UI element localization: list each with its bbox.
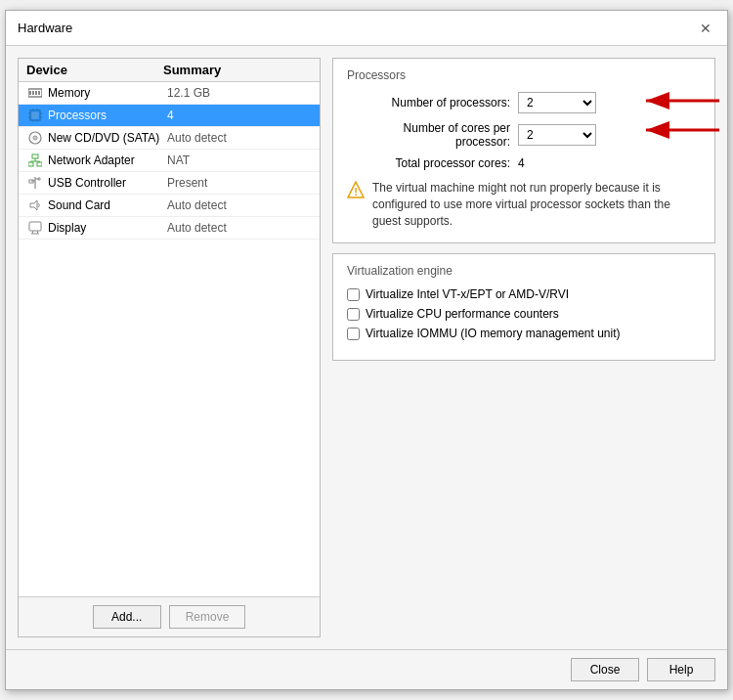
iommu-checkbox[interactable] bbox=[347, 328, 360, 340]
num-cores-label: Number of cores per processor: bbox=[347, 121, 518, 149]
arrow2-container bbox=[636, 115, 724, 145]
svg-rect-1 bbox=[29, 91, 31, 95]
device-name-cd: New CD/DVD (SATA) bbox=[48, 131, 167, 145]
add-button[interactable]: Add... bbox=[93, 605, 161, 629]
total-cores-value: 4 bbox=[518, 156, 525, 170]
total-cores-label: Total processor cores: bbox=[347, 156, 518, 170]
svg-rect-3 bbox=[35, 91, 37, 95]
svg-rect-2 bbox=[32, 91, 34, 95]
num-processors-select[interactable]: 2 1 4 8 bbox=[518, 92, 596, 113]
num-processors-label: Number of processors: bbox=[347, 96, 518, 109]
processors-section-title: Processors bbox=[347, 68, 701, 82]
device-row-sound[interactable]: Sound Card Auto detect bbox=[19, 195, 320, 217]
processors-section: Processors Number of processors: 2 1 4 8 bbox=[332, 58, 715, 243]
device-row-usb[interactable]: USB Controller Present bbox=[19, 172, 320, 195]
perf-counters-label: Virtualize CPU performance counters bbox=[366, 307, 559, 321]
vt-x-label: Virtualize Intel VT-x/EPT or AMD-V/RVI bbox=[366, 287, 569, 301]
device-name-usb: USB Controller bbox=[48, 176, 167, 190]
remove-button[interactable]: Remove bbox=[169, 605, 246, 629]
svg-rect-18 bbox=[32, 154, 38, 158]
device-row-network[interactable]: Network Adapter NAT bbox=[19, 150, 320, 172]
device-summary-processors: 4 bbox=[167, 109, 312, 122]
device-row-display[interactable]: Display Auto detect bbox=[19, 217, 320, 240]
col-summary-header: Summary bbox=[163, 63, 312, 77]
table-header: Device Summary bbox=[19, 59, 320, 82]
device-summary-memory: 12.1 GB bbox=[167, 86, 312, 100]
warning-icon: ! bbox=[347, 181, 365, 203]
dialog-title: Hardware bbox=[18, 21, 72, 35]
svg-rect-4 bbox=[38, 91, 40, 95]
device-summary-cd: Auto detect bbox=[167, 131, 312, 145]
svg-rect-19 bbox=[28, 162, 33, 166]
svg-rect-6 bbox=[32, 112, 38, 118]
footer-close-button[interactable]: Close bbox=[571, 658, 639, 681]
svg-point-17 bbox=[34, 137, 36, 139]
total-cores-row: Total processor cores: 4 bbox=[347, 156, 701, 170]
device-name-processors: Processors bbox=[48, 109, 167, 122]
num-processors-row: Number of processors: 2 1 4 8 bbox=[347, 92, 701, 113]
left-panel-buttons: Add... Remove bbox=[19, 596, 320, 636]
cd-icon bbox=[26, 130, 44, 146]
processor-icon bbox=[26, 108, 44, 123]
close-icon[interactable]: ✕ bbox=[696, 19, 715, 38]
svg-text:!: ! bbox=[354, 186, 358, 197]
right-panel: Processors Number of processors: 2 1 4 8 bbox=[332, 58, 715, 637]
device-summary-display: Auto detect bbox=[167, 221, 312, 235]
iommu-label: Virtualize IOMMU (IO memory management u… bbox=[366, 327, 621, 340]
warning-text: The virtual machine might not run proper… bbox=[372, 180, 701, 229]
device-row-cd[interactable]: New CD/DVD (SATA) Auto detect bbox=[19, 127, 320, 150]
virtualization-section: Virtualization engine Virtualize Intel V… bbox=[332, 253, 715, 361]
col-device-header: Device bbox=[26, 63, 163, 77]
memory-icon bbox=[26, 85, 44, 101]
network-icon bbox=[26, 153, 44, 168]
svg-marker-30 bbox=[30, 200, 37, 210]
svg-rect-31 bbox=[29, 222, 41, 231]
sound-icon bbox=[26, 197, 44, 213]
device-name-memory: Memory bbox=[48, 86, 167, 100]
display-icon bbox=[26, 220, 44, 236]
dialog-footer: Close Help bbox=[6, 649, 727, 689]
hardware-dialog: Hardware ✕ Device Summary bbox=[5, 10, 728, 690]
device-name-sound: Sound Card bbox=[48, 198, 167, 212]
vt-x-checkbox[interactable] bbox=[347, 288, 360, 301]
usb-icon bbox=[26, 175, 44, 191]
warning-box: ! The virtual machine might not run prop… bbox=[347, 180, 701, 229]
dialog-body: Device Summary Memory bbox=[6, 46, 727, 649]
device-row-memory[interactable]: Memory 12.1 GB bbox=[19, 82, 320, 105]
virtualization-title: Virtualization engine bbox=[347, 264, 701, 278]
device-summary-sound: Auto detect bbox=[167, 198, 312, 212]
svg-rect-20 bbox=[37, 162, 42, 166]
vt-x-row: Virtualize Intel VT-x/EPT or AMD-V/RVI bbox=[347, 287, 701, 301]
device-name-display: Display bbox=[48, 221, 167, 235]
perf-counters-checkbox[interactable] bbox=[347, 308, 360, 321]
red-arrow-1 bbox=[636, 86, 724, 115]
title-bar: Hardware ✕ bbox=[6, 11, 727, 46]
device-row-processors[interactable]: Processors 4 bbox=[19, 105, 320, 127]
device-summary-network: NAT bbox=[167, 153, 312, 167]
footer-help-button[interactable]: Help bbox=[647, 658, 715, 681]
num-cores-select[interactable]: 2 1 4 8 bbox=[518, 124, 596, 146]
device-summary-usb: Present bbox=[167, 176, 312, 190]
device-name-network: Network Adapter bbox=[48, 153, 167, 167]
iommu-row: Virtualize IOMMU (IO memory management u… bbox=[347, 327, 701, 340]
num-cores-row: Number of cores per processor: 2 1 4 8 bbox=[347, 121, 701, 149]
left-panel: Device Summary Memory bbox=[18, 58, 321, 637]
red-arrow-2 bbox=[636, 115, 724, 145]
arrow1-container bbox=[636, 86, 724, 115]
perf-counters-row: Virtualize CPU performance counters bbox=[347, 307, 701, 321]
device-table: Device Summary Memory bbox=[19, 59, 320, 596]
